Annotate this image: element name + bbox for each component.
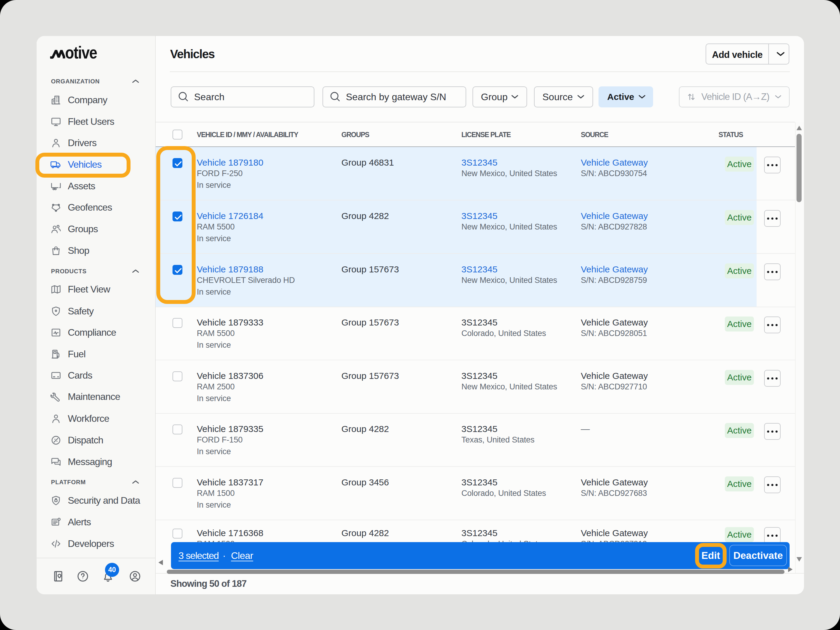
svg-text:otive: otive — [65, 43, 97, 62]
